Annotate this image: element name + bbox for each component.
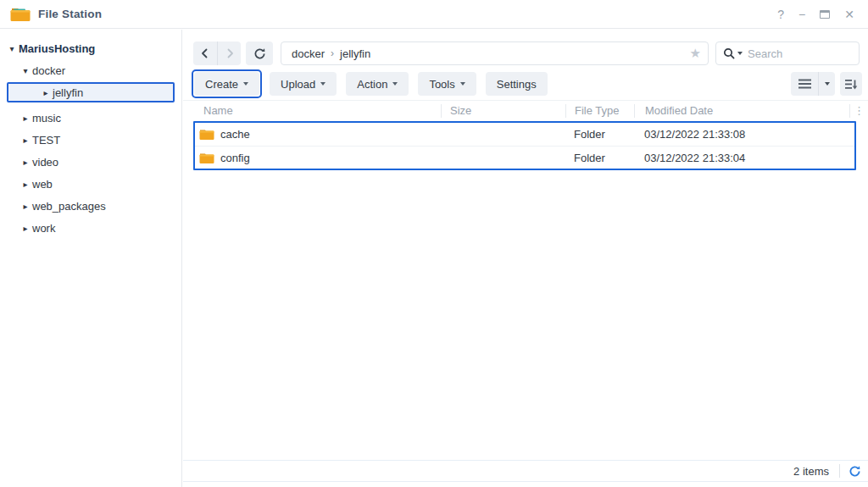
file-name: config bbox=[220, 152, 250, 164]
chevron-down-icon bbox=[392, 82, 398, 86]
column-header-size[interactable]: Size bbox=[441, 104, 565, 118]
breadcrumb-parent[interactable]: docker bbox=[292, 47, 325, 60]
column-header-file-type[interactable]: File Type bbox=[565, 104, 634, 118]
status-bar: 2 items bbox=[183, 460, 868, 487]
tree-item-label: video bbox=[32, 156, 58, 169]
tree-item-label: web bbox=[32, 178, 53, 191]
view-mode-caret[interactable] bbox=[818, 72, 835, 96]
column-header-name[interactable]: Name bbox=[183, 104, 441, 118]
breadcrumb-current[interactable]: jellyfin bbox=[340, 47, 370, 60]
tree-item-label: music bbox=[32, 112, 61, 125]
refresh-button[interactable] bbox=[246, 42, 273, 65]
refresh-icon bbox=[253, 47, 266, 60]
tree-item-label: TEST bbox=[32, 134, 60, 147]
caret-right-icon[interactable]: ▸ bbox=[20, 202, 31, 211]
sidebar-item-video[interactable]: ▸ video bbox=[0, 151, 181, 173]
titlebar: File Station ? − ✕ bbox=[0, 0, 868, 29]
window-controls: ? − ✕ bbox=[777, 8, 854, 20]
forward-button[interactable] bbox=[217, 42, 241, 65]
file-station-app-icon bbox=[10, 6, 31, 23]
main-panel: docker › jellyfin ★ Create Upload Ac bbox=[183, 30, 868, 487]
sort-icon bbox=[845, 79, 858, 90]
action-button[interactable]: Action bbox=[346, 72, 409, 96]
help-icon[interactable]: ? bbox=[777, 8, 784, 20]
refresh-icon bbox=[849, 465, 861, 478]
list-view-icon[interactable] bbox=[791, 72, 818, 96]
toolbar: Create Upload Action Tools Settings bbox=[183, 70, 868, 97]
settings-button-label: Settings bbox=[497, 78, 537, 91]
selected-rows-group: cache Folder 03/12/2022 21:33:08 config … bbox=[193, 121, 856, 170]
file-name-cell: config bbox=[195, 152, 441, 164]
search-scope-caret-icon[interactable] bbox=[737, 52, 743, 55]
caret-down-icon[interactable]: ▾ bbox=[7, 44, 17, 53]
app-title: File Station bbox=[38, 8, 102, 20]
sidebar-item-mariushosting[interactable]: ▾ MariusHosting bbox=[0, 37, 181, 59]
tools-button-label: Tools bbox=[429, 78, 454, 91]
view-controls bbox=[791, 72, 862, 96]
close-icon[interactable]: ✕ bbox=[844, 8, 854, 20]
sidebar-item-work[interactable]: ▸ work bbox=[0, 217, 181, 239]
file-name-cell: cache bbox=[195, 128, 441, 141]
file-type-cell: Folder bbox=[565, 152, 634, 164]
status-bar-inner: 2 items bbox=[183, 461, 868, 482]
caret-right-icon[interactable]: ▸ bbox=[20, 158, 31, 167]
folder-icon bbox=[199, 152, 214, 164]
caret-right-icon[interactable]: ▸ bbox=[41, 88, 51, 97]
table-row-cache[interactable]: cache Folder 03/12/2022 21:33:08 bbox=[195, 123, 854, 146]
chevron-down-icon bbox=[243, 82, 248, 86]
folder-icon bbox=[199, 128, 214, 141]
file-name: cache bbox=[220, 128, 250, 141]
caret-down-icon[interactable]: ▾ bbox=[20, 66, 31, 75]
breadcrumb-separator-icon: › bbox=[331, 47, 334, 59]
sidebar-item-test[interactable]: ▸ TEST bbox=[0, 129, 181, 151]
search-icon bbox=[723, 47, 735, 59]
caret-right-icon[interactable]: ▸ bbox=[20, 113, 31, 123]
caret-right-icon[interactable]: ▸ bbox=[20, 136, 31, 145]
tree-item-label: docker bbox=[32, 64, 65, 77]
sidebar-item-docker[interactable]: ▾ docker bbox=[0, 59, 181, 81]
upload-button[interactable]: Upload bbox=[270, 72, 337, 96]
create-button-highlight: Create bbox=[192, 69, 262, 98]
upload-button-label: Upload bbox=[281, 78, 315, 91]
sidebar-item-web-packages[interactable]: ▸ web_packages bbox=[0, 195, 181, 217]
chevron-down-icon bbox=[320, 82, 326, 86]
tree-item-label: jellyfin bbox=[53, 86, 83, 99]
hamburger-icon bbox=[798, 79, 811, 89]
tree-item-label: web_packages bbox=[32, 200, 106, 213]
table-header: Name Size File Type Modified Date ⋮ bbox=[183, 100, 868, 121]
back-button[interactable] bbox=[193, 42, 217, 65]
search-input[interactable] bbox=[748, 47, 832, 60]
view-mode-button[interactable] bbox=[791, 72, 835, 96]
create-button-label: Create bbox=[205, 78, 238, 91]
chevron-right-icon bbox=[224, 47, 236, 59]
tools-button[interactable]: Tools bbox=[418, 72, 476, 96]
navigation-row: docker › jellyfin ★ bbox=[183, 41, 868, 66]
tree-item-label: work bbox=[32, 222, 55, 235]
sidebar-item-jellyfin-selected[interactable]: ▸ jellyfin bbox=[7, 82, 175, 102]
minimize-icon[interactable]: − bbox=[798, 8, 805, 20]
file-modified-cell: 03/12/2022 21:33:04 bbox=[634, 152, 854, 164]
maximize-icon[interactable] bbox=[820, 10, 830, 19]
create-button[interactable]: Create bbox=[194, 72, 259, 96]
status-divider bbox=[839, 464, 840, 478]
file-modified-cell: 03/12/2022 21:33:08 bbox=[634, 128, 854, 141]
search-box[interactable] bbox=[715, 42, 860, 65]
chevron-left-icon bbox=[199, 47, 211, 59]
status-refresh-button[interactable] bbox=[849, 465, 861, 478]
breadcrumb[interactable]: docker › jellyfin ★ bbox=[281, 42, 709, 65]
chevron-down-icon bbox=[825, 82, 830, 86]
settings-button[interactable]: Settings bbox=[486, 72, 548, 96]
chevron-down-icon bbox=[460, 82, 465, 86]
caret-right-icon[interactable]: ▸ bbox=[20, 224, 31, 233]
column-header-modified-date[interactable]: Modified Date bbox=[634, 104, 849, 118]
sidebar-item-music[interactable]: ▸ music bbox=[0, 107, 181, 129]
tree-item-label: MariusHosting bbox=[19, 42, 95, 55]
item-count: 2 items bbox=[793, 465, 829, 478]
favorite-star-icon[interactable]: ★ bbox=[690, 46, 701, 61]
table-row-config[interactable]: config Folder 03/12/2022 21:33:04 bbox=[195, 146, 854, 169]
sidebar-item-web[interactable]: ▸ web bbox=[0, 173, 181, 195]
column-options-icon[interactable]: ⋮ bbox=[849, 104, 868, 118]
file-type-cell: Folder bbox=[565, 128, 634, 141]
caret-right-icon[interactable]: ▸ bbox=[20, 180, 31, 189]
sort-button[interactable] bbox=[840, 72, 862, 96]
